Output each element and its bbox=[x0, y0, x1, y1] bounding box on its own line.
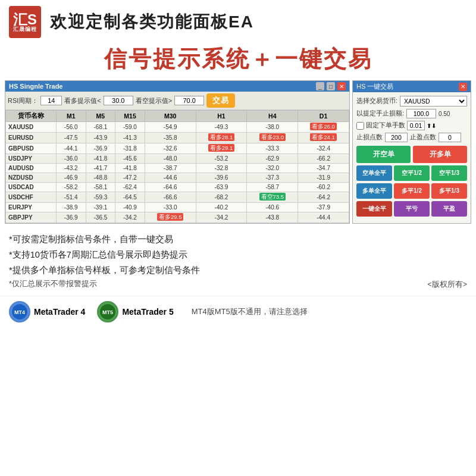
take-profit-input[interactable] bbox=[439, 133, 461, 142]
currency-label: 选择交易货币: bbox=[356, 97, 397, 105]
desc-copyright: <版权所有> bbox=[427, 280, 467, 290]
mt4-label: MetaTrader 4 bbox=[34, 307, 85, 317]
col-h1: H1 bbox=[196, 111, 247, 122]
short-half-button[interactable]: 空平1/2 bbox=[394, 165, 430, 181]
all-close-button[interactable]: 一键全平 bbox=[356, 201, 392, 217]
short-close-buttons: 空单全平 空平1/2 空平1/3 bbox=[356, 165, 467, 181]
fixed-lots-row: 固定下单手数 ⬆⬇ bbox=[356, 121, 467, 130]
mt5-logo: MT5 MetaTrader 5 bbox=[97, 301, 173, 322]
right-panel: HS 一键交易 ✕ 选择交易货币: XAUUSD EURUSD GBPUSD 以… bbox=[352, 80, 471, 224]
header-title: 欢迎定制各类功能面板EA bbox=[50, 11, 254, 33]
fixed-lots-label: 固定下单手数 bbox=[366, 121, 405, 130]
footer: MT4 MetaTrader 4 MT5 MetaTrader 5 MT4版MT… bbox=[0, 296, 476, 327]
svg-text:MT5: MT5 bbox=[102, 309, 113, 315]
panels-row: HS Singnle Trade _ □ ✕ RSI周期： 看多提示值< 看空提… bbox=[5, 80, 471, 224]
maximize-icon[interactable]: □ bbox=[327, 82, 335, 90]
left-panel-title: HS Singnle Trade bbox=[9, 83, 62, 90]
fixed-lots-checkbox[interactable] bbox=[356, 122, 364, 130]
bear-label: 看空提示值> bbox=[136, 96, 172, 105]
left-panel: HS Singnle Trade _ □ ✕ RSI周期： 看多提示值< 看空提… bbox=[5, 80, 350, 224]
col-m1: M1 bbox=[56, 111, 86, 122]
long-third-button[interactable]: 多平1/3 bbox=[431, 183, 467, 199]
long-half-button[interactable]: 多平1/2 bbox=[394, 183, 430, 199]
right-win-controls: ✕ bbox=[459, 83, 467, 91]
header: 汇S 汇晟编程 欢迎定制各类功能面板EA bbox=[0, 0, 476, 41]
currency-select[interactable]: XAUUSD EURUSD GBPUSD bbox=[400, 96, 467, 107]
long-close-buttons: 多单全平 多平1/2 多平1/3 bbox=[356, 183, 467, 199]
all-close-buttons: 一键全平 平亏 平盈 bbox=[356, 201, 467, 217]
loss-value2: 0.50 bbox=[439, 111, 450, 117]
bull-input[interactable] bbox=[104, 96, 133, 105]
desc-line-1: *可按需定制指标信号条件，自带一键交易 bbox=[9, 233, 467, 246]
loss-input[interactable] bbox=[406, 109, 436, 118]
col-h4: H4 bbox=[247, 111, 298, 122]
mt5-icon: MT5 bbox=[97, 301, 118, 322]
logo-hs-text: 汇S bbox=[13, 12, 37, 27]
desc-line-2: *支持10货币各7周期汇总信号展示即趋势提示 bbox=[9, 249, 467, 262]
take-profit-label: 止盈点数 bbox=[410, 133, 436, 142]
flat-loss-button[interactable]: 平亏 bbox=[394, 201, 430, 217]
open-long-button[interactable]: 开多单 bbox=[413, 146, 467, 163]
lots-spinner[interactable]: ⬆⬇ bbox=[427, 123, 436, 129]
bear-input[interactable] bbox=[174, 96, 204, 105]
svg-text:MT4: MT4 bbox=[14, 309, 25, 315]
col-currency: 货币名称 bbox=[6, 111, 57, 122]
short-all-button[interactable]: 空单全平 bbox=[356, 165, 392, 181]
mt4-icon: MT4 bbox=[9, 301, 30, 322]
col-m15: M15 bbox=[115, 111, 145, 122]
stop-row: 止损点数 止盈点数 bbox=[356, 133, 467, 142]
stop-loss-label: 止损点数 bbox=[356, 133, 383, 142]
col-m30: M30 bbox=[145, 111, 196, 122]
desc-small: *仅汇总展示不带报警提示 bbox=[9, 279, 97, 289]
trade-button[interactable]: 交易 bbox=[206, 93, 235, 108]
right-close-icon[interactable]: ✕ bbox=[459, 83, 467, 91]
left-panel-titlebar: HS Singnle Trade _ □ ✕ bbox=[5, 81, 349, 92]
mt4-logo: MT4 MetaTrader 4 bbox=[9, 301, 85, 322]
main-title: 信号提示系统＋一键交易 bbox=[0, 41, 476, 80]
bull-label: 看多提示值< bbox=[64, 96, 101, 105]
desc-line-3: *提供多个单指标信号样板，可参考定制信号条件 bbox=[9, 264, 467, 277]
footer-note: MT4版MT5版不通用，请注意选择 bbox=[192, 306, 308, 317]
col-d1: D1 bbox=[298, 111, 349, 122]
currency-row: 选择交易货币: XAUUSD EURUSD GBPUSD bbox=[356, 96, 467, 107]
desc-area: *可按需定制指标信号条件，自带一键交易 *支持10货币各7周期汇总信号展示即趋势… bbox=[0, 228, 476, 293]
right-panel-titlebar: HS 一键交易 ✕ bbox=[353, 81, 471, 92]
flat-profit-button[interactable]: 平盈 bbox=[431, 201, 467, 217]
stop-loss-input[interactable] bbox=[385, 133, 408, 142]
fixed-lots-input[interactable] bbox=[407, 121, 425, 130]
rsi-label: RSI周期： bbox=[8, 96, 38, 105]
col-m5: M5 bbox=[86, 111, 115, 122]
left-win-controls: _ □ ✕ bbox=[316, 82, 346, 90]
rsi-input[interactable] bbox=[40, 96, 62, 105]
open-short-button[interactable]: 开空单 bbox=[356, 146, 411, 163]
close-icon[interactable]: ✕ bbox=[337, 82, 346, 90]
right-panel-inner: 选择交易货币: XAUUSD EURUSD GBPUSD 以提定手止损额: 0.… bbox=[353, 92, 471, 223]
logo-sub-text: 汇晟编程 bbox=[13, 27, 37, 32]
signal-table: 货币名称 M1 M5 M15 M30 H1 H4 D1 XAUUSD-56.0-… bbox=[5, 110, 349, 223]
logo: 汇S 汇晟编程 bbox=[9, 6, 41, 38]
right-panel-title: HS 一键交易 bbox=[356, 82, 393, 91]
short-third-button[interactable]: 空平1/3 bbox=[431, 165, 467, 181]
minimize-icon[interactable]: _ bbox=[316, 82, 324, 90]
loss-label: 以提定手止损额: bbox=[356, 109, 404, 118]
controls-row: RSI周期： 看多提示值< 看空提示值> 交易 bbox=[5, 92, 349, 110]
mt5-label: MetaTrader 5 bbox=[122, 307, 173, 317]
loss-row: 以提定手止损额: 0.50 bbox=[356, 109, 467, 118]
long-all-button[interactable]: 多单全平 bbox=[356, 183, 392, 199]
open-buttons: 开空单 开多单 bbox=[356, 146, 467, 163]
